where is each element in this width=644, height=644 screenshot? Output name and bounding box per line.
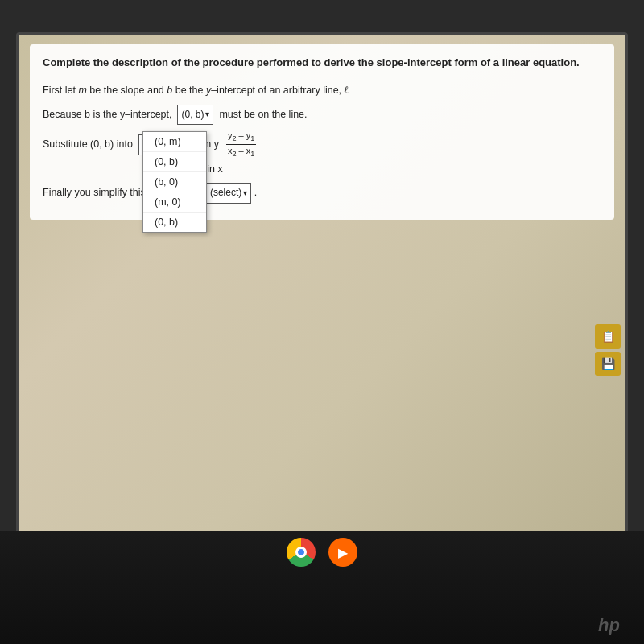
line3-prefix: Substitute (0, b) into [43, 138, 135, 150]
line2-select-value: (0, b) [181, 106, 204, 124]
line2-suffix: must be on the line. [217, 109, 308, 120]
chrome-center [295, 547, 307, 558]
question-instruction: Complete the description of the procedur… [43, 56, 601, 70]
question-body: First let m be the slope and b be the y–… [43, 81, 601, 203]
line-3: Substitute (0, b) into (select) hge in y… [43, 130, 601, 159]
laptop-screen: Complete the description of the procedur… [16, 32, 628, 580]
dropdown-item-b0[interactable]: (b, 0) [143, 172, 206, 192]
play-icon: ▶ [338, 545, 348, 560]
dropdown-popup: (0, m) (0, b) (b, 0) (m, 0) (0, b) [142, 131, 207, 233]
line2-select[interactable]: (0, b) ▾ [177, 105, 213, 126]
dropdown-item-0m[interactable]: (0, m) [143, 132, 206, 152]
line-3b: hge in x [43, 160, 601, 179]
fraction-denominator: x2 – x1 [226, 145, 256, 159]
hp-logo: hp [598, 615, 620, 636]
dropdown-arrow-icon: ▾ [205, 107, 209, 122]
play-button[interactable]: ▶ [328, 538, 357, 567]
content-area: Complete the description of the procedur… [19, 35, 625, 577]
question-box: Complete the description of the procedur… [30, 44, 614, 220]
side-icons-panel: 📋 💾 [595, 324, 621, 376]
line-4: Finally you simplify this equat ive at (… [43, 183, 601, 204]
dropdown-item-0b-2[interactable]: (0, b) [143, 213, 206, 232]
dropdown-item-m0[interactable]: (m, 0) [143, 192, 206, 213]
notes-button[interactable]: 📋 [595, 324, 621, 349]
keyboard-area: ▶ hp [0, 531, 644, 644]
line4-period: . [254, 187, 257, 198]
fraction-numerator: y2 – y1 [226, 130, 256, 145]
chrome-icon[interactable] [287, 538, 316, 567]
line1-text: First let m be the slope and b be the y–… [43, 85, 350, 96]
line2-prefix: Because b is the y–intercept, [43, 109, 175, 120]
line-2: Because b is the y–intercept, (0, b) ▾ m… [43, 105, 601, 126]
line-1: First let m be the slope and b be the y–… [43, 81, 601, 100]
line4-dropdown-arrow-icon: ▾ [243, 186, 247, 200]
save-button[interactable]: 💾 [595, 352, 621, 376]
line4-select-value: (select) [210, 184, 242, 202]
slope-fraction: y2 – y1 x2 – x1 [226, 130, 256, 159]
line4-select[interactable]: (select) ▾ [206, 183, 251, 204]
screen-bezel: Complete the description of the procedur… [0, 0, 644, 644]
dropdown-item-0b-1[interactable]: (0, b) [143, 152, 206, 172]
